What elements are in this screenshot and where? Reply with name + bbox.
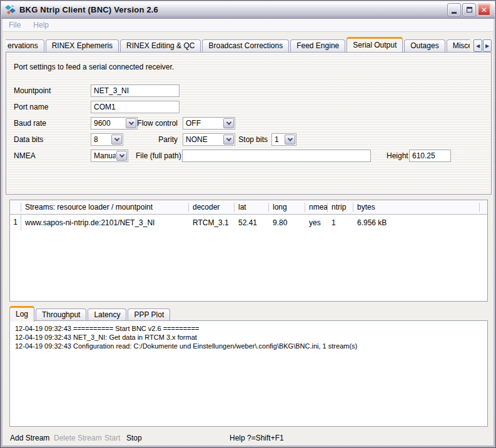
action-bar: Add Stream Delete Stream Start Stop Help… <box>3 432 493 445</box>
menu-bar: File Help <box>3 19 493 32</box>
parity-label: Parity <box>113 133 178 146</box>
log-line: 12-04-19 09:32:43 Configuration read: C:… <box>15 342 482 350</box>
menu-file[interactable]: File <box>9 21 21 29</box>
stop-bits-label: Stop bits <box>219 133 268 146</box>
port-name-input[interactable] <box>91 101 180 113</box>
nmea-label: NMEA <box>14 150 36 162</box>
tab-throughput[interactable]: Throughput <box>36 308 86 321</box>
height-input[interactable] <box>409 150 451 162</box>
height-label: Height <box>387 150 408 162</box>
table-row[interactable]: 1 www.sapos-ni-ntrip.de:2101/NET_3_NI RT… <box>10 215 487 230</box>
arrow-right-icon: ▶ <box>485 43 489 49</box>
chevron-down-icon <box>285 135 295 145</box>
cell-nmea: yes <box>305 218 328 227</box>
serial-output-panel: Port settings to feed a serial connected… <box>6 52 492 195</box>
tab-rinex-editing-qc[interactable]: RINEX Editing & QC <box>120 39 201 52</box>
nmea-select[interactable]: Manual <box>91 150 128 162</box>
close-icon: ✕ <box>481 6 487 14</box>
column-header-mountpoint[interactable]: Streams: resource loader / mountpoint <box>21 203 189 212</box>
main-tab-bar: ervations RINEX Ephemeris RINEX Editing … <box>6 36 492 52</box>
column-header-decoder[interactable]: decoder <box>189 203 235 212</box>
row-number: 1 <box>10 215 21 230</box>
client-area: File Help ervations RINEX Ephemeris RINE… <box>3 19 493 445</box>
tab-scroll-region: ervations RINEX Ephemeris RINEX Editing … <box>6 37 470 52</box>
maximize-icon <box>467 7 472 13</box>
arrow-left-icon: ◀ <box>476 43 480 49</box>
port-name-label: Port name <box>14 101 48 113</box>
bnc-app-icon <box>5 4 16 16</box>
chevron-down-icon <box>116 151 127 161</box>
data-bits-label: Data bits <box>14 133 43 146</box>
streams-table-header: Streams: resource loader / mountpoint de… <box>10 200 487 215</box>
flow-control-label: Flow control <box>113 117 178 130</box>
column-header-long[interactable]: long <box>269 203 305 212</box>
row-number-header <box>10 203 21 212</box>
delete-stream-button: Delete Stream <box>54 433 102 443</box>
log-line: 12-04-19 09:32:43 NET_3_NI: Get data in … <box>15 333 482 342</box>
mountpoint-input[interactable] <box>91 84 180 97</box>
file-path-label: File (full path) <box>136 150 181 162</box>
stop-button[interactable]: Stop <box>126 433 142 443</box>
cell-mountpoint: www.sapos-ni-ntrip.de:2101/NET_3_NI <box>21 218 189 227</box>
maximize-button[interactable] <box>462 3 476 16</box>
tab-log[interactable]: Log <box>9 306 34 322</box>
tab-miscellaneous[interactable]: Miscellaneous <box>447 39 470 52</box>
tab-serial-output[interactable]: Serial Output <box>347 37 403 52</box>
tab-rinex-ephemeris[interactable]: RINEX Ephemeris <box>46 39 119 52</box>
minimize-icon <box>452 12 457 14</box>
output-tab-bar: Log Throughput Latency PPP Plot <box>9 305 171 321</box>
column-header-bytes[interactable]: bytes <box>353 203 480 212</box>
tab-observations[interactable]: ervations <box>6 39 44 52</box>
chevron-down-icon <box>223 118 234 128</box>
cell-long: 9.80 <box>269 218 305 227</box>
close-button[interactable]: ✕ <box>477 3 491 16</box>
menu-help[interactable]: Help <box>33 21 49 29</box>
bnc-window: BKG Ntrip Client (BNC) Version 2.6 ✕ Fil… <box>0 0 496 448</box>
tab-latency[interactable]: Latency <box>88 308 126 321</box>
column-header-ntrip[interactable]: ntrip <box>328 203 353 212</box>
baud-rate-label: Baud rate <box>14 117 46 130</box>
streams-table: Streams: resource loader / mountpoint de… <box>9 200 488 302</box>
window-title: BKG Ntrip Client (BNC) Version 2.6 <box>19 5 447 14</box>
minimize-button[interactable] <box>447 3 461 16</box>
start-button: Start <box>104 433 120 443</box>
cell-bytes: 6.956 kB <box>353 218 480 227</box>
cell-ntrip: 1 <box>328 218 353 227</box>
tab-ppp-plot[interactable]: PPP Plot <box>128 308 170 321</box>
add-stream-button[interactable]: Add Stream <box>10 433 49 443</box>
log-panel[interactable]: 12-04-19 09:32:43 ========== Start BNC v… <box>9 320 488 427</box>
stop-bits-select[interactable]: 1 <box>271 133 296 146</box>
column-header-lat[interactable]: lat <box>235 203 269 212</box>
panel-description: Port settings to feed a serial connected… <box>14 63 174 71</box>
tab-outages[interactable]: Outages <box>404 39 445 52</box>
log-line: 12-04-19 09:32:43 ========== Start BNC v… <box>15 324 482 333</box>
cell-decoder: RTCM_3.1 <box>189 218 235 227</box>
title-bar[interactable]: BKG Ntrip Client (BNC) Version 2.6 ✕ <box>1 1 495 19</box>
mountpoint-label: Mountpoint <box>14 84 51 97</box>
file-path-input[interactable] <box>182 150 371 162</box>
tab-scroll-right-button[interactable]: ▶ <box>483 39 492 52</box>
tab-scroll-left-button[interactable]: ◀ <box>473 39 482 52</box>
column-header-nmea[interactable]: nmea <box>305 203 328 212</box>
flow-control-select[interactable]: OFF <box>183 117 235 130</box>
tab-feed-engine[interactable]: Feed Engine <box>290 39 345 52</box>
tab-broadcast-corrections[interactable]: Broadcast Corrections <box>202 39 289 52</box>
help-shortcut-label: Help ?=Shift+F1 <box>230 433 284 443</box>
cell-lat: 52.41 <box>235 218 269 227</box>
